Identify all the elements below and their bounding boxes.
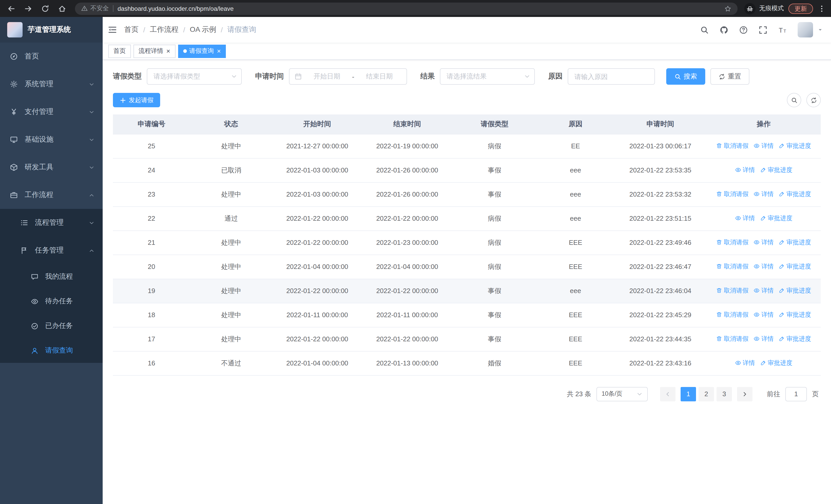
sidebar-item-payment-mgmt[interactable]: 支付管理 bbox=[0, 98, 103, 126]
back-icon[interactable] bbox=[5, 2, 18, 14]
detail-action-link[interactable]: 详情 bbox=[735, 359, 755, 367]
sidebar-item-leave-query[interactable]: 请假查询 bbox=[0, 338, 103, 363]
forward-icon[interactable] bbox=[22, 2, 34, 14]
table-row[interactable]: 23处理中2022-01-03 00:00:002022-01-26 00:00… bbox=[113, 182, 821, 206]
tab-home[interactable]: 首页 bbox=[108, 45, 131, 58]
caret-down-icon[interactable] bbox=[818, 27, 823, 32]
page-size-select[interactable]: 10条/页 bbox=[596, 387, 648, 401]
toggle-search-button[interactable] bbox=[787, 93, 801, 107]
progress-action-link[interactable]: 审批进度 bbox=[760, 359, 793, 367]
table-row[interactable]: 16不通过2022-01-04 00:00:002022-01-13 00:00… bbox=[113, 351, 821, 375]
cell-reason: eee bbox=[537, 206, 614, 231]
leave-type-select[interactable]: 请选择请假类型 bbox=[147, 68, 242, 85]
security-chip[interactable]: 不安全 bbox=[81, 4, 109, 13]
cancel-action-link[interactable]: 取消请假 bbox=[716, 238, 749, 247]
sidebar-item-task-mgmt[interactable]: 任务管理 bbox=[0, 237, 103, 264]
reason-input[interactable] bbox=[568, 68, 655, 85]
goto-page-input[interactable] bbox=[785, 387, 807, 401]
detail-action-link[interactable]: 详情 bbox=[754, 335, 774, 343]
table-row[interactable]: 19处理中2022-01-22 00:00:002022-01-22 00:00… bbox=[113, 279, 821, 303]
table-right-tools bbox=[787, 93, 821, 107]
sidebar-item-system-mgmt[interactable]: 系统管理 bbox=[0, 70, 103, 98]
detail-action-link[interactable]: 详情 bbox=[754, 310, 774, 319]
page-button-3[interactable]: 3 bbox=[717, 387, 732, 401]
cell-status: 通过 bbox=[190, 206, 272, 231]
cancel-action-link[interactable]: 取消请假 bbox=[716, 190, 749, 199]
progress-action-link[interactable]: 审批进度 bbox=[760, 214, 793, 223]
table-row[interactable]: 18处理中2022-01-11 00:00:002022-01-11 00:00… bbox=[113, 303, 821, 327]
github-icon[interactable] bbox=[720, 25, 728, 34]
page: 不安全 dashboard.yudao.iocoder.cn/bpm/oa/le… bbox=[0, 0, 831, 504]
address-bar[interactable]: 不安全 dashboard.yudao.iocoder.cn/bpm/oa/le… bbox=[75, 2, 738, 14]
close-icon[interactable]: × bbox=[217, 48, 221, 54]
bookmark-star-icon[interactable] bbox=[724, 5, 732, 12]
progress-action-link[interactable]: 审批进度 bbox=[779, 287, 811, 295]
filter-form: 请假类型 请选择请假类型 申请时间 开始日期 - 结束日期 结果 请选择流结果 bbox=[113, 68, 821, 85]
search-button[interactable]: 搜索 bbox=[666, 68, 705, 85]
app-logo[interactable]: 芋道管理系统 bbox=[0, 17, 103, 42]
breadcrumb-item[interactable]: 工作流程 bbox=[150, 25, 179, 34]
reload-icon[interactable] bbox=[39, 2, 51, 14]
result-select[interactable]: 请选择流结果 bbox=[440, 68, 535, 85]
help-icon[interactable] bbox=[739, 25, 748, 34]
progress-action-link[interactable]: 审批进度 bbox=[779, 310, 811, 319]
edit-icon bbox=[779, 143, 785, 149]
sidebar-item-my-process[interactable]: 我的流程 bbox=[0, 264, 103, 289]
breadcrumb-item[interactable]: OA 示例 bbox=[190, 25, 216, 34]
cancel-action-link[interactable]: 取消请假 bbox=[716, 262, 749, 271]
incognito-glyph bbox=[746, 5, 753, 12]
cancel-action-link[interactable]: 取消请假 bbox=[716, 142, 749, 150]
browser-menu-icon[interactable] bbox=[818, 4, 826, 12]
update-button[interactable]: 更新 bbox=[789, 3, 813, 13]
detail-action-link[interactable]: 详情 bbox=[735, 166, 755, 175]
reset-button[interactable]: 重置 bbox=[710, 68, 749, 85]
sidebar-item-dev-tools[interactable]: 研发工具 bbox=[0, 153, 103, 181]
fullscreen-icon[interactable] bbox=[758, 25, 767, 34]
detail-action-link[interactable]: 详情 bbox=[754, 190, 774, 199]
detail-action-link[interactable]: 详情 bbox=[754, 287, 774, 295]
sidebar-toggle-icon[interactable] bbox=[108, 25, 117, 34]
progress-action-link[interactable]: 审批进度 bbox=[760, 166, 793, 175]
sidebar-item-workflow[interactable]: 工作流程 bbox=[0, 181, 103, 209]
table-row[interactable]: 20处理中2022-01-04 00:00:002022-01-04 00:00… bbox=[113, 255, 821, 279]
progress-action-link[interactable]: 审批进度 bbox=[779, 238, 811, 247]
breadcrumb-item[interactable]: 首页 bbox=[124, 25, 139, 34]
close-icon[interactable]: × bbox=[166, 48, 170, 54]
detail-action-link[interactable]: 详情 bbox=[754, 262, 774, 271]
refresh-table-button[interactable] bbox=[806, 93, 821, 107]
sidebar-item-todo-task[interactable]: 待办任务 bbox=[0, 289, 103, 314]
url-text[interactable]: dashboard.yudao.iocoder.cn/bpm/oa/leave bbox=[118, 5, 720, 12]
incognito-badge: 无痕模式 bbox=[744, 3, 784, 14]
detail-action-link[interactable]: 详情 bbox=[754, 142, 774, 150]
apply-time-range-picker[interactable]: 开始日期 - 结束日期 bbox=[289, 68, 407, 85]
table-row[interactable]: 24已取消2022-01-03 00:00:002022-01-26 00:00… bbox=[113, 158, 821, 182]
font-size-icon[interactable]: TT bbox=[778, 25, 787, 34]
tab-leave-query[interactable]: 请假查询× bbox=[178, 45, 226, 58]
page-button-2[interactable]: 2 bbox=[698, 387, 714, 401]
table-row[interactable]: 17处理中2022-01-22 00:00:002022-01-22 00:00… bbox=[113, 327, 821, 351]
home-icon[interactable] bbox=[56, 2, 68, 14]
sidebar-item-done-task[interactable]: 已办任务 bbox=[0, 314, 103, 338]
progress-action-link[interactable]: 审批进度 bbox=[779, 142, 811, 150]
detail-action-link[interactable]: 详情 bbox=[754, 238, 774, 247]
tab-process-detail[interactable]: 流程详情× bbox=[134, 45, 175, 58]
search-icon[interactable] bbox=[700, 25, 709, 34]
page-button-1[interactable]: 1 bbox=[681, 387, 696, 401]
cancel-action-link[interactable]: 取消请假 bbox=[716, 335, 749, 343]
sidebar-item-home[interactable]: 首页 bbox=[0, 42, 103, 70]
progress-action-link[interactable]: 审批进度 bbox=[779, 335, 811, 343]
table-row[interactable]: 22通过2022-01-22 00:00:002022-01-22 00:00:… bbox=[113, 206, 821, 231]
progress-action-link[interactable]: 审批进度 bbox=[779, 262, 811, 271]
sidebar-item-process-mgmt[interactable]: 流程管理 bbox=[0, 209, 103, 237]
detail-action-link[interactable]: 详情 bbox=[735, 214, 755, 223]
cancel-action-link[interactable]: 取消请假 bbox=[716, 310, 749, 319]
table-row[interactable]: 21处理中2022-01-22 00:00:002022-01-23 00:00… bbox=[113, 231, 821, 255]
table-row[interactable]: 25处理中2021-12-27 00:00:002022-01-19 00:00… bbox=[113, 134, 821, 158]
sidebar-item-infrastructure[interactable]: 基础设施 bbox=[0, 126, 103, 153]
prev-page-button[interactable] bbox=[660, 387, 676, 401]
next-page-button[interactable] bbox=[737, 387, 752, 401]
create-leave-button[interactable]: 发起请假 bbox=[113, 93, 160, 107]
user-avatar[interactable] bbox=[798, 22, 813, 37]
progress-action-link[interactable]: 审批进度 bbox=[779, 190, 811, 199]
cancel-action-link[interactable]: 取消请假 bbox=[716, 287, 749, 295]
